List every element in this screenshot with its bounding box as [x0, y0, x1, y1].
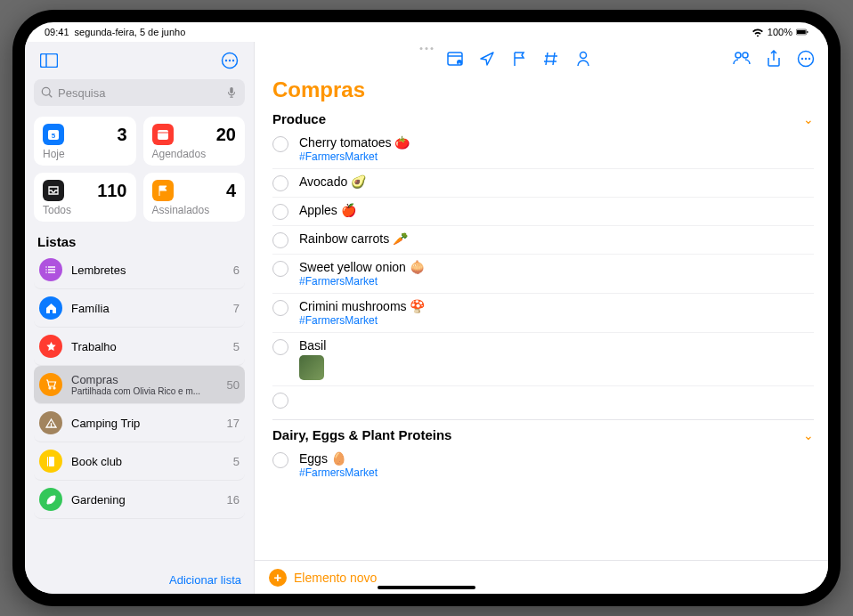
sidebar-toggle-button[interactable] — [37, 49, 61, 72]
template-button[interactable]: + — [445, 49, 465, 69]
list-name: Book club — [71, 455, 233, 468]
lists-header: Listas — [25, 229, 254, 251]
svg-point-19 — [45, 266, 47, 268]
add-item-button[interactable]: + Elemento novo — [269, 569, 377, 587]
list-name: Lembretes — [71, 263, 233, 277]
svg-text:+: + — [459, 61, 461, 66]
list-count: 17 — [227, 417, 240, 430]
sidebar-list-trabalho[interactable]: Trabalho 5 — [34, 328, 245, 366]
status-bar: 09:41 segunda-feira, 5 de junho 100% — [25, 22, 828, 42]
list-name: Gardening — [71, 493, 227, 507]
section-name: Dairy, Eggs & Plant Proteins — [272, 427, 451, 442]
list-name: Trabalho — [71, 340, 233, 353]
svg-point-6 — [225, 60, 227, 61]
complete-toggle[interactable] — [272, 339, 288, 355]
list-title: Compras — [272, 77, 814, 102]
item-tag[interactable]: #FarmersMarket — [299, 275, 814, 288]
sidebar: Pesquisa 5 3 Hoje 20 Agendados — [25, 42, 255, 594]
svg-point-29 — [735, 53, 741, 58]
reminder-item[interactable]: Apples 🍎 — [272, 198, 814, 226]
wifi-icon — [751, 28, 764, 36]
card-today[interactable]: 5 3 Hoje — [34, 117, 136, 166]
list-count: 16 — [227, 493, 240, 507]
svg-line-10 — [49, 94, 52, 97]
card-flagged[interactable]: 4 Assinalados — [143, 173, 246, 222]
list-subtitle: Partilhada com Olivia Rico e m... — [71, 386, 227, 396]
item-tag[interactable]: #FarmersMarket — [299, 466, 814, 479]
reminder-item[interactable] — [272, 386, 814, 414]
complete-toggle[interactable] — [272, 232, 288, 248]
hashtag-button[interactable] — [541, 49, 561, 69]
status-battery: 100% — [768, 27, 792, 37]
item-text: Basil — [299, 338, 814, 353]
reminder-item[interactable]: Eggs 🥚#FarmersMarket — [272, 446, 814, 484]
card-scheduled[interactable]: 20 Agendados — [143, 117, 246, 166]
item-thumbnail[interactable] — [299, 355, 324, 380]
reminder-item[interactable]: Basil — [272, 333, 814, 386]
sidebar-list-camping-trip[interactable]: Camping Trip 17 — [34, 404, 245, 442]
inbox-icon — [43, 180, 64, 201]
share-button[interactable] — [764, 49, 784, 69]
flag-button[interactable] — [509, 49, 529, 69]
svg-rect-11 — [230, 87, 233, 93]
sidebar-list-book-club[interactable]: Book club 5 — [34, 442, 245, 481]
search-placeholder: Pesquisa — [58, 86, 105, 100]
svg-point-30 — [743, 53, 748, 58]
more-options-button[interactable] — [218, 49, 241, 72]
add-item-label: Elemento novo — [294, 571, 377, 585]
sidebar-list-lembretes[interactable]: Lembretes 6 — [34, 251, 245, 289]
mic-icon[interactable] — [225, 86, 238, 99]
svg-point-9 — [42, 87, 50, 95]
complete-toggle[interactable] — [272, 175, 288, 191]
add-list-button[interactable]: Adicionar lista — [25, 566, 254, 594]
reminder-item[interactable]: Rainbow carrots 🥕 — [272, 226, 814, 255]
complete-toggle[interactable] — [272, 204, 288, 220]
section-header[interactable]: Dairy, Eggs & Plant Proteins ⌄ — [272, 424, 814, 446]
svg-point-34 — [808, 58, 810, 60]
card-label: Assinalados — [152, 204, 237, 216]
more-button[interactable] — [796, 49, 816, 69]
list-count: 50 — [227, 378, 240, 392]
sidebar-list-família[interactable]: Família 7 — [34, 289, 245, 328]
sidebar-list-compras[interactable]: ComprasPartilhada com Olivia Rico e m...… — [34, 366, 245, 404]
svg-point-20 — [45, 269, 47, 271]
flag-icon — [152, 180, 174, 201]
complete-toggle[interactable] — [272, 261, 288, 277]
section-header[interactable]: Produce ⌄ — [272, 108, 814, 130]
search-input[interactable]: Pesquisa — [34, 79, 245, 106]
calendar-today-icon: 5 — [43, 124, 64, 145]
item-tag[interactable]: #FarmersMarket — [299, 314, 814, 327]
card-all[interactable]: 110 Todos — [34, 173, 136, 222]
complete-toggle[interactable] — [272, 300, 288, 316]
calendar-icon — [152, 124, 174, 145]
reminder-item[interactable]: Crimini mushrooms 🍄#FarmersMarket — [272, 294, 814, 333]
reminder-item[interactable]: Cherry tomatoes 🍅#FarmersMarket — [272, 130, 814, 169]
complete-toggle[interactable] — [272, 452, 288, 468]
reminder-item[interactable]: Sweet yellow onion 🧅#FarmersMarket — [272, 255, 814, 294]
collaborate-button[interactable] — [732, 49, 751, 69]
list-name: Compras — [71, 373, 227, 386]
complete-toggle[interactable] — [272, 393, 288, 409]
assign-button[interactable] — [573, 49, 593, 69]
item-text: Eggs 🥚 — [299, 451, 814, 466]
multitask-handle[interactable] — [420, 47, 434, 50]
card-label: Hoje — [43, 148, 127, 160]
star-icon — [39, 335, 62, 358]
list-name: Família — [71, 302, 233, 315]
sidebar-list-gardening[interactable]: Gardening 16 — [34, 481, 245, 519]
location-button[interactable] — [477, 49, 497, 69]
reminder-item[interactable]: Avocado 🥑 — [272, 169, 814, 198]
list-count: 6 — [233, 263, 240, 277]
card-count: 20 — [216, 125, 236, 145]
home-indicator[interactable] — [378, 586, 475, 589]
svg-point-21 — [45, 272, 47, 273]
item-text: Apples 🍎 — [299, 203, 814, 217]
item-tag[interactable]: #FarmersMarket — [299, 150, 814, 163]
svg-point-33 — [805, 58, 807, 60]
svg-point-32 — [801, 58, 803, 60]
complete-toggle[interactable] — [272, 136, 288, 152]
svg-text:5: 5 — [52, 132, 56, 140]
svg-point-8 — [232, 60, 234, 61]
plus-icon: + — [269, 569, 287, 587]
item-text: Avocado 🥑 — [299, 174, 814, 189]
